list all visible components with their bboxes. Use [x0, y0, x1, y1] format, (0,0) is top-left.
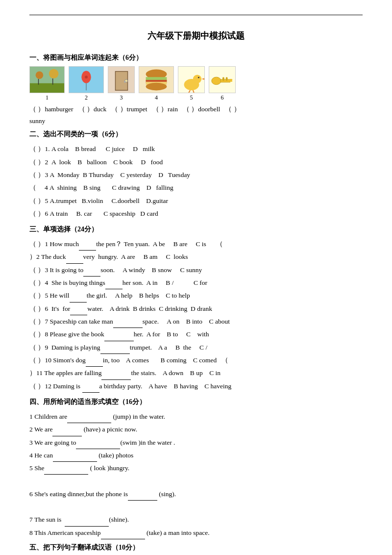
s4-q6: 6 She's eating dinner,but the phone is (…: [29, 488, 363, 501]
word-label-2: （ ）duck: [78, 103, 107, 115]
s2-q4: （ 4 A shining B sing C drawing D falling: [29, 181, 363, 194]
svg-point-3: [49, 69, 58, 78]
image-3: 3: [108, 66, 135, 101]
s4-q3: 3 We are going to(swim )in the water .: [29, 436, 363, 449]
s4-q8: 8 This American spaceship (take) a man i…: [29, 527, 363, 539]
word-label-1: （ ）hamburger: [29, 103, 74, 115]
s3-q3: （ ）3 It is going tosoon. A windy B snow …: [29, 264, 363, 277]
img-placeholder-4: [139, 66, 174, 93]
s2-q3: （ ）3 A Monday B Thursday C yesterday D T…: [29, 169, 363, 181]
img-placeholder-1: [29, 66, 65, 93]
word-sunny: sunny: [29, 117, 363, 125]
s3-q10: （ ）10 Simon's dogin, too A comes B comin…: [29, 354, 363, 367]
s3-q5: （ ）5 He willthe girl. A help B helps C t…: [29, 289, 363, 302]
image-5: 5: [178, 66, 205, 101]
img-num-1: 1: [46, 94, 49, 101]
s3-q4: （ ）4 She is buying thingsher son. A in B…: [29, 277, 363, 289]
image-2: 2: [69, 66, 104, 101]
section4-questions: 1 Children are (jump) in the water. 2 We…: [29, 410, 363, 539]
section2-questions: （ ）1. A cola B bread C juice D milk （ ）2…: [29, 143, 363, 220]
image-4: 4: [139, 66, 174, 101]
img-placeholder-5: [178, 66, 205, 93]
word-label-row: （ ）hamburger （ ）duck （ ）trumpet （ ）rain …: [29, 103, 363, 115]
image-6: 6: [209, 66, 236, 101]
img-placeholder-6: [209, 66, 236, 93]
s4-q2: 2 We are (have) a picnic now.: [29, 423, 363, 436]
s4-q7-blank: [29, 501, 363, 513]
section3-title: 三、单项选择（24分）: [29, 225, 363, 234]
svg-rect-29: [220, 79, 230, 82]
svg-rect-1: [30, 83, 64, 93]
word-label-5: （ ）doorbell: [183, 103, 220, 115]
word-label-3: （ ）trumpet: [111, 103, 147, 115]
svg-rect-31: [229, 80, 232, 82]
img-num-3: 3: [120, 94, 123, 101]
s2-q5: （ ）5 A.trumpet B.violin C.doorbell D.gui…: [29, 195, 363, 207]
img-placeholder-2: [69, 66, 104, 93]
img-placeholder-3: [108, 66, 135, 93]
img-num-2: 2: [85, 94, 88, 101]
section1-title: 一、将图画与相应单词连起来（6分）: [29, 53, 363, 62]
svg-rect-32: [222, 77, 224, 81]
svg-point-28: [212, 77, 221, 84]
s3-q6: （ ）6 It's forwater. A drink B drinks C d…: [29, 303, 363, 315]
svg-point-24: [198, 77, 199, 78]
image-1: 1: [29, 66, 65, 101]
svg-point-22: [193, 75, 201, 83]
s2-q1: （ ）1. A cola B bread C juice D milk: [29, 143, 363, 155]
s2-q6: （ ）6 A train B. car C spaceship D card: [29, 207, 363, 220]
s4-q5: 5 She ( look )hungry.: [29, 462, 363, 475]
svg-point-9: [85, 76, 88, 78]
svg-point-19: [146, 83, 167, 91]
s4-q1: 1 Children are (jump) in the water.: [29, 410, 363, 423]
top-divider: [29, 15, 363, 15]
img-num-6: 6: [221, 94, 224, 101]
s4-q4: 4 He can (take) photos: [29, 449, 363, 462]
section5-title: 五、把下列句子翻译成汉语（10分）: [29, 543, 363, 552]
word-label-4: （ ）rain: [152, 103, 178, 115]
s4-q7: 7 The sun is (shine).: [29, 513, 363, 526]
image-row: 1 2 3: [29, 66, 363, 101]
section3-questions: （ ）1 How muchthe pen？ Ten yuan. A be B a…: [29, 238, 363, 393]
s3-q7: （ ）7 Spaceship can take manspace. A on B…: [29, 315, 363, 328]
word-label-6: （ ）: [225, 103, 240, 115]
svg-point-2: [36, 71, 44, 79]
img-num-4: 4: [155, 94, 158, 101]
svg-rect-30: [229, 79, 232, 80]
s3-q1: （ ）1 How muchthe pen？ Ten yuan. A be B a…: [29, 238, 363, 251]
svg-point-13: [124, 81, 126, 83]
s2-q2: （ ）2 A look B balloon C book D food: [29, 156, 363, 169]
s3-q11: ）11 The apples are fallingthe stairs. A …: [29, 367, 363, 379]
section4-title: 四、用所给词的适当形式填空（16分）: [29, 398, 363, 406]
s3-q9: （ ）9 Daming is playingtrumpet. A a B the…: [29, 341, 363, 354]
s3-q12: （ ）12 Daming is a birthday party. A have…: [29, 380, 363, 393]
page-title: 六年级下册期中模拟试题: [29, 30, 363, 42]
s4-q6-blank: [29, 475, 363, 487]
img-num-5: 5: [190, 94, 193, 101]
s3-q8: （ ）8 Please give the bookher. A for B to…: [29, 328, 363, 341]
s3-q2: ）2 The duckvery hungry. A are B am C loo…: [29, 251, 363, 263]
section2-title: 二、选出不同类的一项（6分）: [29, 130, 363, 139]
svg-rect-33: [226, 77, 228, 81]
